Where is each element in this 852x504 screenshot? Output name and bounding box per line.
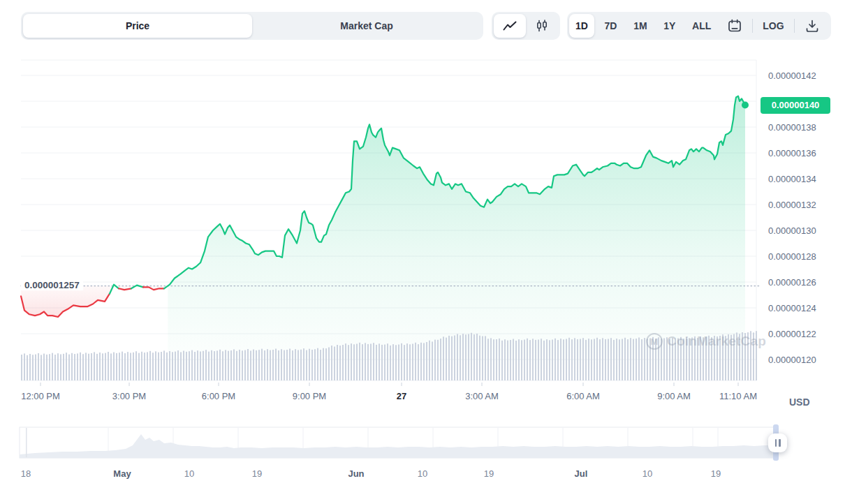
brush-axis-tick: Jul bbox=[575, 468, 588, 479]
x-axis-tick: 6:00 AM bbox=[566, 391, 600, 401]
x-axis-tick: 27 bbox=[397, 391, 406, 401]
x-axis-tick: 3:00 PM bbox=[112, 391, 146, 401]
price-chart-widget: Price Market Cap 1D 7D 1M 1Y ALL bbox=[0, 0, 852, 504]
price-chart-canvas[interactable] bbox=[0, 0, 852, 504]
brush-axis-tick: 10 bbox=[418, 468, 427, 479]
x-axis-tick: 6:00 PM bbox=[202, 391, 235, 401]
pause-icon bbox=[779, 439, 781, 447]
x-axis-tick: 12:00 PM bbox=[21, 391, 60, 401]
brush-axis-tick: 19 bbox=[252, 468, 262, 479]
baseline-price-label: 0.000001257 bbox=[21, 280, 83, 290]
y-axis-tick: 0.00000136 bbox=[768, 148, 832, 158]
brush-axis-tick: 18 bbox=[21, 468, 31, 479]
y-axis-tick: 0.00000122 bbox=[768, 329, 832, 339]
brush-axis-tick: 10 bbox=[642, 468, 652, 479]
y-axis-tick: 0.00000120 bbox=[768, 355, 832, 365]
last-price-badge: 0.00000140 bbox=[761, 97, 830, 114]
x-axis-tick: 11:10 AM bbox=[719, 391, 757, 401]
y-axis-tick: 0.00000126 bbox=[768, 277, 832, 288]
y-axis-tick: 0.00000128 bbox=[768, 251, 832, 262]
brush-axis-tick: 10 bbox=[184, 468, 194, 479]
pause-icon bbox=[775, 439, 777, 447]
brush-axis-tick: May bbox=[113, 468, 131, 479]
y-axis-tick: 0.00000130 bbox=[768, 225, 832, 236]
brush-axis-tick: 19 bbox=[484, 468, 494, 479]
currency-label: USD bbox=[789, 396, 831, 408]
brush-axis-tick: 19 bbox=[711, 468, 721, 479]
brush-pause-button[interactable] bbox=[768, 433, 787, 452]
x-axis-tick: 9:00 PM bbox=[293, 391, 326, 401]
x-axis-tick: 9:00 AM bbox=[657, 391, 691, 401]
y-axis-tick: 0.00000132 bbox=[768, 200, 832, 210]
x-axis-tick: 3:00 AM bbox=[465, 391, 499, 401]
y-axis-tick: 0.00000134 bbox=[768, 174, 832, 184]
y-axis-tick: 0.00000138 bbox=[768, 122, 832, 133]
brush-axis-tick: Jun bbox=[348, 468, 364, 479]
y-axis-tick: 0.00000124 bbox=[768, 303, 832, 313]
y-axis-tick: 0.00000142 bbox=[768, 71, 832, 81]
